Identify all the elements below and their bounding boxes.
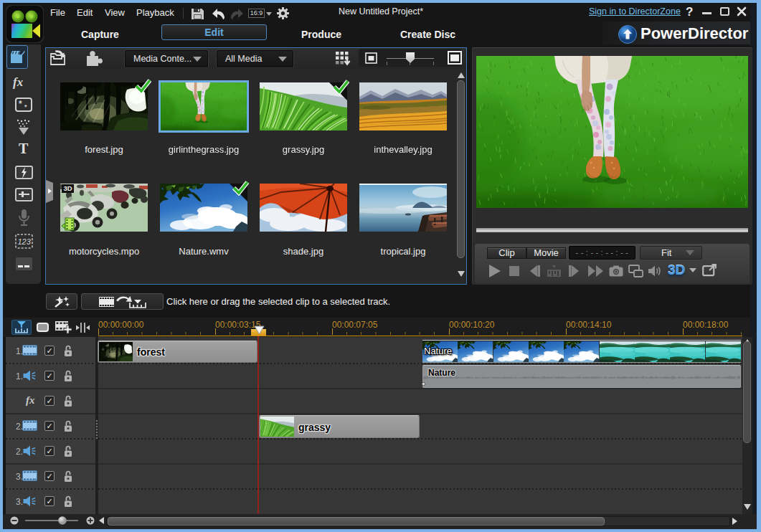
svg-text:*: *: [19, 99, 22, 109]
svg-text:123: 123: [18, 237, 32, 246]
svg-text:*: *: [24, 103, 27, 110]
